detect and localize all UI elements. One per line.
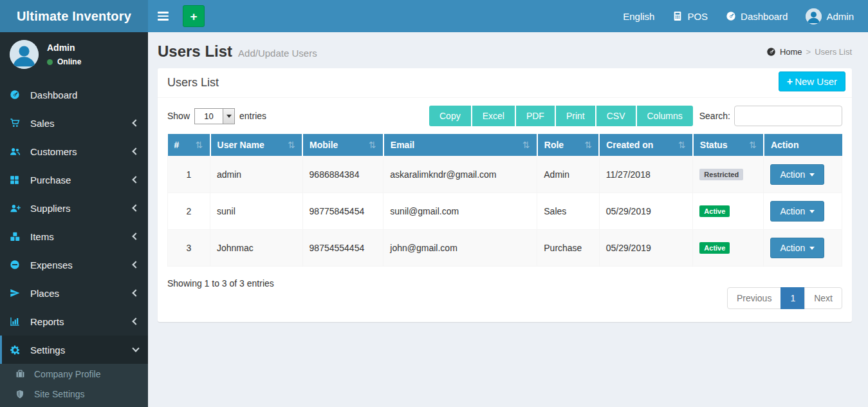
- page-1-button[interactable]: 1: [780, 287, 805, 309]
- quick-add-button[interactable]: +: [183, 5, 205, 27]
- breadcrumb: Home > Users List: [766, 47, 852, 57]
- sidebar-item-company-profile[interactable]: Company Profile: [0, 364, 148, 384]
- dashboard-link[interactable]: Dashboard: [717, 0, 797, 32]
- chevron-down-icon: [132, 345, 139, 352]
- sidebar-item-expenses[interactable]: Expenses: [0, 251, 148, 279]
- cell-action: Action: [764, 193, 842, 230]
- copy-button[interactable]: Copy: [429, 106, 471, 126]
- main-content: Users List Add/Update Users Home > Users…: [148, 32, 868, 407]
- page-length-value: 10: [195, 109, 223, 124]
- breadcrumb-separator: >: [806, 47, 811, 57]
- sidebar-item-customers[interactable]: Customers: [0, 137, 148, 166]
- new-user-button[interactable]: + New User: [779, 71, 845, 91]
- cell-mobile: 9686884384: [302, 156, 383, 193]
- navbar-right: English POS Dashboard Admin: [614, 0, 868, 32]
- users-list-panel: Users List + New User Show 10 entries Co…: [158, 68, 852, 322]
- cell-email: askaralimkndr@gmail.com: [383, 156, 537, 193]
- csv-button[interactable]: CSV: [596, 106, 636, 126]
- avatar[interactable]: [10, 40, 39, 69]
- sidebar-item-purchase[interactable]: Purchase: [0, 166, 148, 194]
- calculator-icon: [672, 11, 683, 21]
- cell-action: Action: [764, 156, 842, 193]
- chevron-left-icon: [132, 147, 139, 155]
- table-row: 1 admin 9686884384 askaralimkndr@gmail.c…: [168, 156, 842, 193]
- shield-icon: [15, 390, 28, 399]
- pos-link[interactable]: POS: [663, 0, 717, 32]
- cell-status: Restricted: [693, 156, 764, 193]
- excel-button[interactable]: Excel: [472, 106, 515, 126]
- chevron-left-icon: [132, 289, 139, 296]
- sidebar-toggle-button[interactable]: [148, 0, 178, 32]
- sidebar-item-suppliers[interactable]: Suppliers: [0, 194, 148, 222]
- chevron-left-icon: [132, 204, 139, 211]
- sidebar-item-sales[interactable]: Sales: [0, 109, 148, 137]
- navbar: + English POS Dashboard: [148, 0, 868, 32]
- user-menu[interactable]: Admin: [797, 0, 863, 32]
- cell-email: john@gmail.com: [383, 230, 537, 267]
- next-page-button[interactable]: Next: [804, 287, 842, 309]
- cell-role: Purchase: [537, 230, 599, 267]
- cell-created-on: 05/29/2019: [599, 193, 693, 230]
- grid-icon: [10, 175, 24, 185]
- chevron-left-icon: [132, 261, 139, 268]
- search-input[interactable]: [734, 106, 842, 126]
- content-header: Users List Add/Update Users Home > Users…: [148, 32, 868, 67]
- cell-username: sunil: [210, 193, 303, 230]
- page-length-select[interactable]: 10: [194, 108, 235, 124]
- cart-icon: [10, 118, 24, 128]
- users-icon: [10, 146, 24, 157]
- online-status-label[interactable]: Online: [57, 57, 81, 66]
- action-dropdown-button[interactable]: Action: [770, 164, 824, 185]
- sort-icon: ⇅: [678, 140, 686, 150]
- breadcrumb-home-link[interactable]: Home: [780, 47, 802, 57]
- user-plus-icon: [10, 203, 24, 214]
- pagination: Previous 1 Next: [727, 287, 842, 309]
- header-action: Action: [764, 134, 842, 156]
- cell-number: 3: [168, 230, 210, 267]
- gears-icon: [10, 345, 24, 355]
- tachometer-icon: [726, 11, 736, 21]
- cell-mobile: 98775845454: [302, 193, 383, 230]
- action-dropdown-button[interactable]: Action: [770, 238, 824, 258]
- header-username[interactable]: User Name⇅: [210, 134, 303, 156]
- previous-page-button[interactable]: Previous: [727, 287, 781, 309]
- online-status-icon: [47, 59, 53, 65]
- header-created-on[interactable]: Created on⇅: [599, 134, 693, 156]
- sidebar-item-tax-list[interactable]: Tax List: [0, 404, 148, 407]
- cell-username: Johnmac: [210, 230, 303, 267]
- columns-button[interactable]: Columns: [637, 106, 693, 126]
- header-email[interactable]: Email⇅: [383, 134, 537, 156]
- sidebar-item-reports[interactable]: Reports: [0, 307, 148, 336]
- page-subtitle: Add/Update Users: [238, 48, 317, 59]
- cell-created-on: 05/29/2019: [599, 230, 693, 267]
- pdf-button[interactable]: PDF: [516, 106, 555, 126]
- sidebar-item-settings[interactable]: Settings: [0, 336, 148, 364]
- settings-submenu: Company Profile Site Settings Tax List: [0, 364, 148, 407]
- language-menu[interactable]: English: [614, 0, 663, 32]
- sort-icon: ⇅: [369, 140, 376, 150]
- status-badge: Active: [699, 205, 730, 217]
- sidebar-item-dashboard[interactable]: Dashboard: [0, 80, 148, 109]
- app-logo[interactable]: Ultimate Inventory: [0, 0, 148, 32]
- caret-down-icon: [809, 210, 815, 216]
- suitcase-icon: [15, 369, 28, 379]
- action-dropdown-button[interactable]: Action: [770, 201, 824, 222]
- sidebar-item-site-settings[interactable]: Site Settings: [0, 384, 148, 404]
- sidebar-user-panel: Admin Online: [0, 32, 148, 78]
- print-button[interactable]: Print: [556, 106, 595, 126]
- cell-number: 2: [168, 193, 210, 230]
- header-mobile[interactable]: Mobile⇅: [302, 134, 383, 156]
- sidebar-item-places[interactable]: Places: [0, 279, 148, 307]
- select-arrow-icon: [223, 109, 234, 124]
- export-button-group: Copy Excel PDF Print CSV Columns: [429, 106, 693, 126]
- sidebar-item-items[interactable]: Items: [0, 222, 148, 251]
- entries-label: entries: [239, 111, 266, 121]
- header-status[interactable]: Status⇅: [693, 134, 764, 156]
- plus-icon: +: [190, 10, 197, 23]
- header-number[interactable]: #⇅: [168, 134, 210, 156]
- caret-down-icon: [809, 173, 815, 179]
- cell-email: sunil@gmail.com: [383, 193, 537, 230]
- chevron-left-icon: [132, 119, 139, 126]
- panel-header: Users List + New User: [158, 68, 852, 98]
- header-role[interactable]: Role⇅: [537, 134, 599, 156]
